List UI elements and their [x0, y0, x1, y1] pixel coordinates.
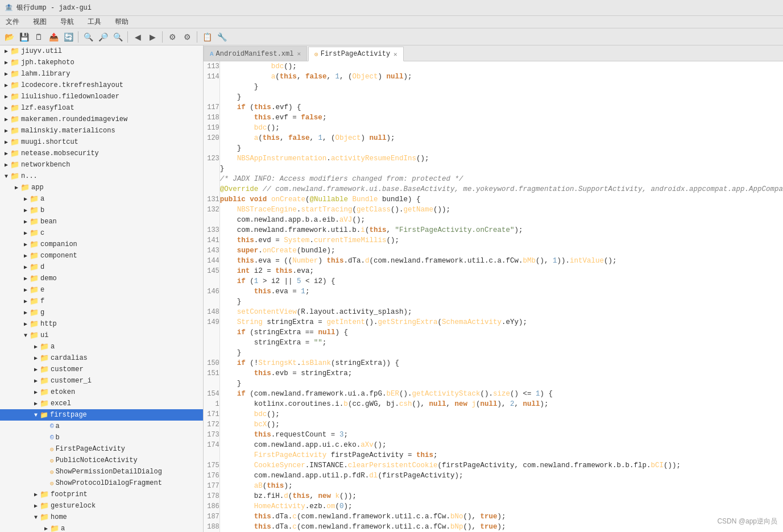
zoom-out-button[interactable]: 🔍: [111, 30, 125, 44]
code-line-175: 175 CookieSyncer.INSTANCE.clearPersisten…: [204, 460, 783, 471]
tree-item-app[interactable]: ▶📁app: [0, 182, 203, 193]
save-all-button[interactable]: 🗒: [32, 30, 45, 44]
code-line-close3: }: [204, 348, 783, 358]
file-tree[interactable]: ▶📁jiuyv.util ▶📁jph.takephoto ▶📁lahm.libr…: [0, 45, 204, 532]
tree-item-demo[interactable]: ▶📁demo: [0, 273, 203, 284]
menu-view[interactable]: 视图: [30, 16, 50, 28]
toolbar-separator-2: [127, 31, 128, 43]
tree-item-etoken[interactable]: ▶📁etoken: [0, 386, 203, 398]
tree-item-customer[interactable]: ▶📁customer: [0, 364, 203, 375]
code-line-blank1: }: [204, 82, 783, 92]
settings-button[interactable]: ⚙: [180, 30, 194, 44]
code-line-143: 143 super.onCreate(bundle);: [204, 246, 783, 256]
menu-tools[interactable]: 工具: [84, 16, 105, 28]
tree-item-bean[interactable]: ▶📁bean: [0, 216, 203, 227]
close-manifest-tab[interactable]: ✕: [297, 50, 301, 57]
tree-item-ui-a[interactable]: ▶📁a: [0, 341, 203, 352]
code-line-blank2: }: [204, 92, 783, 102]
forward-button[interactable]: ▶: [146, 30, 159, 44]
tree-item-mali[interactable]: ▶📁malinskiy.materialicons: [0, 125, 203, 136]
code-line-close1: }: [204, 164, 783, 174]
tab-bar: A AndroidManifest.xml ✕ ⊙ FirstPageActiv…: [204, 45, 783, 61]
tree-item-netease[interactable]: ▶📁netease.mobsecurity: [0, 148, 203, 159]
tree-item-networkbench[interactable]: ▶📁networkbench: [0, 159, 203, 171]
close-firstpage-tab[interactable]: ✕: [393, 51, 397, 58]
tree-item-home-a[interactable]: ▶📁a: [0, 523, 203, 532]
code-line-117: 117 if (this.evf) {: [204, 102, 783, 113]
tree-item-publicnotice[interactable]: ⊙PublicNoticeActivity: [0, 455, 203, 466]
code-line-149: 149 String stringExtra = getIntent().get…: [204, 317, 783, 327]
tree-item-a1[interactable]: ▶📁a: [0, 193, 203, 205]
toolbar-separator-3: [162, 31, 163, 43]
refresh-button[interactable]: 🔄: [61, 30, 75, 44]
tree-item-liuli[interactable]: ▶📁liulishuo.filedownloader: [0, 91, 203, 102]
tree-item-customer-i[interactable]: ▶📁customer_i: [0, 375, 203, 386]
code-line-188: 188 this.dTa.c(com.newland.framework.uti…: [204, 522, 783, 532]
tree-item-cardalias[interactable]: ▶📁cardalias: [0, 352, 203, 364]
menu-file[interactable]: 文件: [2, 16, 23, 28]
tree-item-gesturelock[interactable]: ▶📁gesturelock: [0, 500, 203, 512]
log-button[interactable]: 📋: [200, 30, 214, 44]
code-line-145: 145 int i2 = this.eva;: [204, 266, 783, 276]
tree-item-jph[interactable]: ▶📁jph.takephoto: [0, 57, 203, 68]
tab-firstpage[interactable]: ⊙ FirstPageActivity ✕: [308, 47, 404, 61]
code-line-187: 187 this.dTa.c(com.newland.framework.uti…: [204, 512, 783, 522]
search-button[interactable]: 🔍: [81, 30, 95, 44]
tree-item-muugi[interactable]: ▶📁muugi.shortcut: [0, 136, 203, 148]
decompile-button[interactable]: ⚙: [165, 30, 179, 44]
tree-item-lahm[interactable]: ▶📁lahm.library: [0, 68, 203, 80]
tree-item-fp-a[interactable]: ©a: [0, 421, 203, 432]
code-line-119: 119 bdc();: [204, 123, 783, 133]
save-button[interactable]: 💾: [17, 30, 31, 44]
code-line-148: 148 setContentView(R.layout.activity_spl…: [204, 307, 783, 317]
tree-item-maker[interactable]: ▶📁makeramen.roundedimageview: [0, 114, 203, 125]
code-line-113: 113 bdc();: [204, 61, 783, 72]
code-area[interactable]: 113 bdc(); 114 a(this, false, 1, (Object…: [204, 61, 783, 532]
tree-item-n[interactable]: ▼📁n...: [0, 171, 203, 182]
title-icon: 🏦: [5, 3, 13, 12]
open-button[interactable]: 📂: [2, 30, 16, 44]
tree-item-e1[interactable]: ▶📁e: [0, 284, 203, 296]
tree-item-lzf[interactable]: ▶📁lzf.easyfloat: [0, 102, 203, 114]
title-bar: 🏦 银行dump - jadx-gui: [0, 0, 783, 16]
code-line-144: 144 this.eva = ((Number) this.dTa.d(com.…: [204, 256, 783, 266]
code-line-132: 132 NBSTraceEngine.startTracing(getClass…: [204, 205, 783, 215]
code-line-if1: if (1 > i2 || 5 < i2) {: [204, 276, 783, 286]
back-button[interactable]: ◀: [131, 30, 144, 44]
tree-item-ui[interactable]: ▼📁ui: [0, 330, 203, 341]
code-line-154: 154 if (com.newland.framework.ui.a.fpG.b…: [204, 389, 783, 399]
main-container: ▶📁jiuyv.util ▶📁jph.takephoto ▶📁lahm.libr…: [0, 45, 783, 532]
tree-item-b1[interactable]: ▶📁b: [0, 205, 203, 216]
tree-item-jiuyv[interactable]: ▶📁jiuyv.util: [0, 45, 203, 57]
menu-nav[interactable]: 导航: [57, 16, 77, 28]
export-button[interactable]: 📤: [47, 30, 60, 44]
code-line-114: 114 a(this, false, 1, (Object) null);: [204, 72, 783, 82]
tree-item-c1[interactable]: ▶📁c: [0, 227, 203, 239]
script-button[interactable]: 🔧: [215, 30, 229, 44]
tree-item-showpermission[interactable]: ⊙ShowPermissionDetailDialog: [0, 466, 203, 477]
code-line-emptystr: stringExtra = "";: [204, 338, 783, 348]
menu-help[interactable]: 帮助: [111, 16, 132, 28]
tree-item-firstpageactivity[interactable]: ⊙FirstPageActivity: [0, 443, 203, 455]
tree-item-firstpage[interactable]: ▼📁firstpage: [0, 409, 203, 421]
toolbar-separator-1: [78, 31, 78, 43]
tree-item-showprotocol[interactable]: ⊙ShowProtocolDialogFragment: [0, 477, 203, 489]
code-line-close4: }: [204, 379, 783, 389]
code-line-177: 177 aB(this);: [204, 481, 783, 491]
toolbar-separator-4: [197, 31, 197, 43]
tree-item-component[interactable]: ▶📁component: [0, 250, 203, 261]
tree-item-d1[interactable]: ▶📁d: [0, 261, 203, 273]
tab-manifest[interactable]: A AndroidManifest.xml ✕: [204, 46, 307, 61]
tree-item-f1[interactable]: ▶📁f: [0, 296, 203, 307]
zoom-in-button[interactable]: 🔎: [96, 30, 110, 44]
tree-item-excel[interactable]: ▶📁excel: [0, 398, 203, 409]
tree-item-home[interactable]: ▼📁home: [0, 512, 203, 523]
tree-item-http[interactable]: ▶📁http: [0, 318, 203, 330]
tree-item-footprint[interactable]: ▶📁footprint: [0, 489, 203, 500]
code-line-fpa: FirstPageActivity firstPageActivity = th…: [204, 450, 783, 460]
tree-item-fp-b[interactable]: ©b: [0, 432, 203, 443]
code-line-172: 172 bcX();: [204, 419, 783, 430]
tree-item-companion[interactable]: ▶📁companion: [0, 239, 203, 250]
tree-item-lcode[interactable]: ▶📁lcodecore.tkrefreshlayout: [0, 80, 203, 91]
tree-item-g1[interactable]: ▶📁g: [0, 307, 203, 318]
